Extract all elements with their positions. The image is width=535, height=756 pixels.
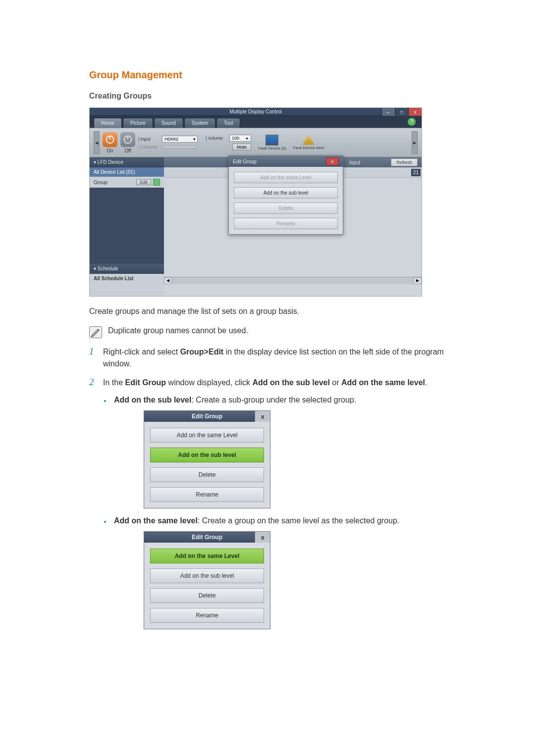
window-maximize-button[interactable]: □ <box>395 108 408 116</box>
step-number-2: 2 <box>89 377 96 389</box>
fault-alert-icon[interactable] <box>303 135 315 145</box>
scroll-left-arrow[interactable]: ◀ <box>164 277 172 284</box>
bullet-1-text: Add on the sub level: Create a sub-group… <box>114 396 356 404</box>
sd2-add-same-level[interactable]: Add on the same Level <box>150 549 264 563</box>
step-number-1: 1 <box>89 346 96 370</box>
sidebar-group-row: Group Edit <box>90 177 164 188</box>
input-select[interactable]: HDMI2▾ <box>162 136 198 143</box>
small-dialog-title: Edit Group <box>192 413 222 420</box>
body-text-1: Create groups and manage the list of set… <box>89 305 446 317</box>
dialog-close-button[interactable]: x <box>326 157 339 165</box>
content-area: Auto te ower Input Refresh HDMI2 21 <box>164 157 422 296</box>
sd-add-sub-level[interactable]: Add on the sub level <box>150 448 264 462</box>
col-input: Input <box>344 160 365 165</box>
window-title: Multiple Display Control <box>229 109 281 114</box>
section-title: Group Management <box>89 69 446 81</box>
note-pencil-icon <box>89 326 102 338</box>
sd2-rename[interactable]: Rename <box>150 608 264 623</box>
add-sub-level-button[interactable]: Add on the sub level <box>234 187 338 199</box>
refresh-button[interactable]: Refresh <box>391 158 418 166</box>
power-icon <box>105 134 115 145</box>
toolbar: ◀ On Off | Input HDMI2▾ <box>90 128 422 157</box>
bullet-icon <box>104 400 106 402</box>
tab-home[interactable]: Home <box>94 118 122 128</box>
toolbar-scroll-right[interactable]: ▶ <box>412 131 418 154</box>
small-dialog-title-2: Edit Group <box>192 534 222 541</box>
screenshot-main: Multiple Display Control – □ x Home Pict… <box>89 107 422 297</box>
edit-group-dialog-sub: Edit Group x Add on the same Level Add o… <box>144 410 270 508</box>
fault-device-label: Fault Device (0) <box>258 147 286 151</box>
edit-group-dialog: Edit Group x Add on the same Level Add o… <box>228 155 343 235</box>
sd-delete[interactable]: Delete <box>150 467 264 482</box>
power-on-label: On <box>107 148 113 153</box>
mute-button[interactable]: Mute <box>232 144 251 151</box>
sidebar-all-schedule[interactable]: All Schedule List <box>90 274 164 283</box>
check-icon <box>153 179 160 186</box>
power-off-label: Off <box>124 148 131 153</box>
tab-picture[interactable]: Picture <box>123 118 153 128</box>
step-1-text: Right-click and select Group>Edit in the… <box>103 346 446 370</box>
edit-group-dialog-same: Edit Group x Add on the same Level Add o… <box>144 531 270 629</box>
group-edit-button[interactable]: Edit <box>136 179 151 185</box>
fault-alert-label: Fault Device Alert <box>293 146 324 151</box>
sd2-add-sub-level[interactable]: Add on the sub level <box>150 568 264 583</box>
bullet-2-text: Add on the same level: Create a group on… <box>114 516 399 525</box>
sd-rename[interactable]: Rename <box>150 487 264 502</box>
sd-add-same-level[interactable]: Add on the same Level <box>150 428 264 443</box>
tab-bar: Home Picture Sound System Tool ? <box>90 116 422 128</box>
fault-device-icon[interactable] <box>266 135 278 146</box>
scroll-right-arrow[interactable]: ▶ <box>414 277 422 284</box>
volume-spinner[interactable]: 100▸ <box>229 135 251 142</box>
dialog-title: Edit Group <box>233 159 257 164</box>
tab-sound[interactable]: Sound <box>154 118 183 128</box>
sidebar-schedule-header[interactable]: ▾ Schedule <box>90 264 164 274</box>
power-icon <box>122 134 133 145</box>
step-2-text: In the Edit Group window displayed, clic… <box>103 377 427 389</box>
sidebar-all-device-list[interactable]: All Device List (01) <box>90 167 164 177</box>
horizontal-scrollbar[interactable]: ◀ ▶ <box>164 277 422 284</box>
bullet-icon <box>104 521 106 523</box>
channel-select[interactable]: ▾ <box>162 146 198 148</box>
toolbar-scroll-left[interactable]: ◀ <box>94 131 100 154</box>
small-dialog-close-button[interactable]: x <box>255 411 270 422</box>
sd2-delete[interactable]: Delete <box>150 588 264 603</box>
window-titlebar: Multiple Display Control – □ x <box>90 108 422 116</box>
power-off-button[interactable] <box>120 132 135 147</box>
sidebar: ▾ LFD Device All Device List (01) Group … <box>90 157 164 296</box>
subsection-title: Creating Groups <box>89 92 446 101</box>
input-label: | Input <box>138 137 160 142</box>
add-same-level-button[interactable]: Add on the same Level <box>234 172 338 183</box>
note-text: Duplicate group names cannot be used. <box>108 326 248 335</box>
power-on-button[interactable] <box>103 132 117 147</box>
delete-button[interactable]: Delete <box>234 202 338 214</box>
volume-label: | Volume <box>206 136 227 141</box>
tab-system[interactable]: System <box>184 118 215 128</box>
window-close-button[interactable]: x <box>408 108 422 116</box>
sidebar-group-label: Group <box>94 180 107 185</box>
channel-label: | Channel <box>138 145 160 150</box>
sidebar-lfd-header[interactable]: ▾ LFD Device <box>90 157 164 167</box>
small-dialog-close-button-2[interactable]: x <box>255 532 270 543</box>
window-minimize-button[interactable]: – <box>381 108 395 116</box>
tab-tool[interactable]: Tool <box>216 118 240 128</box>
row-number: 21 <box>411 169 421 176</box>
help-icon[interactable]: ? <box>408 118 416 126</box>
rename-button[interactable]: Rename <box>234 218 338 229</box>
